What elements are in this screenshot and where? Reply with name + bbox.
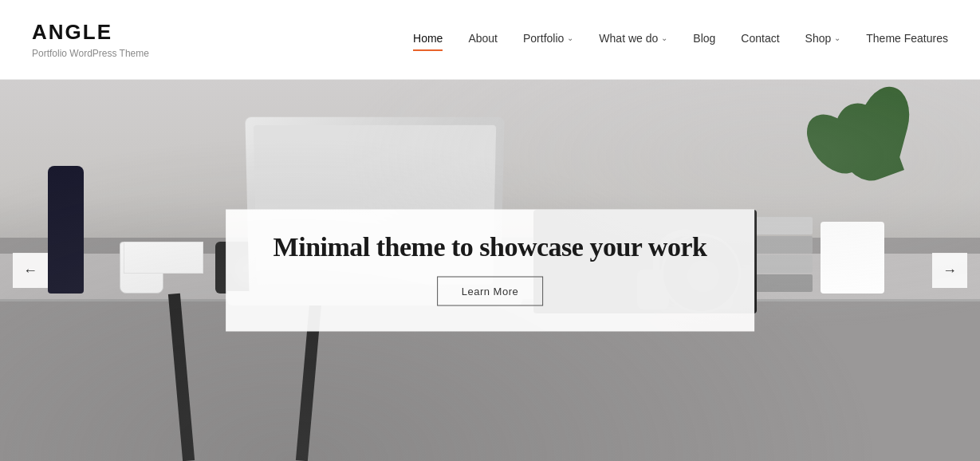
site-header: ANGLE Portfolio WordPress Theme Home Abo…: [0, 0, 980, 80]
hero-text-box: Minimal theme to showcase your work Lear…: [226, 210, 755, 332]
nav-item-about[interactable]: About: [468, 32, 498, 48]
chevron-down-icon: ⌄: [567, 33, 573, 42]
hero-content: Minimal theme to showcase your work Lear…: [226, 210, 755, 332]
brand-logo[interactable]: ANGLE Portfolio WordPress Theme: [32, 20, 149, 59]
brand-name: ANGLE: [32, 20, 149, 45]
nav-item-portfolio[interactable]: Portfolio ⌄: [523, 32, 573, 48]
white-box: [124, 242, 203, 274]
chevron-down-icon: ⌄: [661, 33, 667, 42]
plant-leaves: [789, 86, 916, 230]
nav-item-theme-features[interactable]: Theme Features: [866, 32, 948, 48]
hero-slider: Minimal theme to showcase your work Lear…: [0, 80, 980, 461]
arrow-right-icon: →: [943, 262, 957, 279]
nav-item-contact[interactable]: Contact: [741, 32, 779, 48]
chevron-down-icon: ⌄: [834, 33, 840, 42]
nav-item-what-we-do[interactable]: What we do ⌄: [599, 32, 667, 48]
nav-item-home[interactable]: Home: [413, 32, 443, 48]
hero-headline: Minimal theme to showcase your work: [274, 232, 707, 262]
arrow-left-icon: ←: [23, 262, 37, 279]
nav-item-blog[interactable]: Blog: [693, 32, 715, 48]
slider-prev-button[interactable]: ←: [13, 253, 48, 288]
nav-item-shop[interactable]: Shop ⌄: [805, 32, 841, 48]
main-nav: Home About Portfolio ⌄ What we do ⌄ Blog…: [413, 32, 948, 48]
plant-pot: [821, 222, 884, 294]
slider-next-button[interactable]: →: [932, 253, 967, 288]
brand-tagline: Portfolio WordPress Theme: [32, 48, 149, 59]
bottle: [48, 166, 84, 294]
hero-cta-button[interactable]: Learn More: [437, 277, 543, 306]
